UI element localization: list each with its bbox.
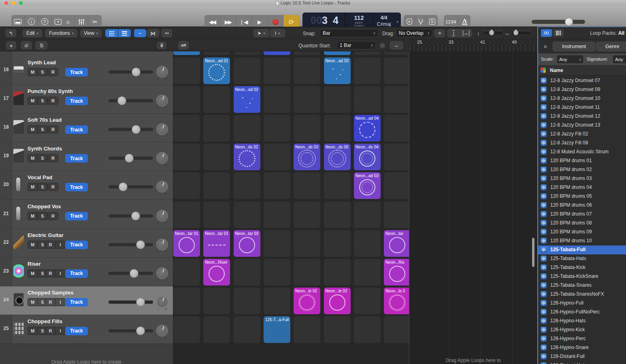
volume-slider[interactable] bbox=[109, 127, 153, 132]
loop-list-item[interactable]: 12-8 Jazzy Drumset 07 bbox=[538, 76, 626, 85]
empty-grid-cell[interactable] bbox=[264, 259, 290, 286]
solo-button[interactable]: S bbox=[38, 183, 47, 190]
volume-knob[interactable] bbox=[117, 96, 126, 105]
clear-filters-button[interactable]: ✕ bbox=[541, 42, 550, 51]
record-enable-button[interactable]: R bbox=[48, 126, 58, 133]
volume-knob[interactable] bbox=[119, 182, 128, 191]
pan-knob[interactable] bbox=[156, 66, 168, 78]
track-header-row[interactable]: 23RiserMSRITrackLR bbox=[0, 258, 173, 286]
loop-cell[interactable]: Neon...ds 06 bbox=[324, 144, 351, 170]
empty-grid-cell[interactable] bbox=[294, 230, 320, 257]
empty-grid-cell[interactable] bbox=[354, 288, 381, 314]
empty-grid-cell[interactable] bbox=[264, 288, 290, 314]
mute-button[interactable]: M bbox=[28, 97, 38, 104]
loop-list-item[interactable]: 126-Hypno-FullNoPerc bbox=[538, 308, 626, 317]
empty-grid-cell[interactable] bbox=[354, 259, 381, 286]
loop-list-item[interactable]: 126-Hypno-Perc bbox=[538, 334, 626, 343]
mute-button[interactable]: M bbox=[28, 241, 38, 248]
track-header-row[interactable]: 16Synth LeadMSRTrackLR bbox=[0, 56, 173, 85]
record-enable-button[interactable]: R bbox=[46, 241, 55, 248]
volume-knob[interactable] bbox=[125, 154, 134, 163]
track-header-row[interactable]: 25Chopped FillsMSRITrackLR bbox=[0, 315, 173, 344]
loop-cell-partial[interactable] bbox=[264, 51, 290, 55]
loop-list-item[interactable]: 126-Hypno-Hats bbox=[538, 317, 626, 326]
vertical-zoom-slider[interactable] bbox=[483, 32, 502, 34]
track-header-row[interactable]: 19Synth ChordsMSRTrackLR bbox=[0, 142, 173, 171]
track-header-row[interactable]: 22Electric GuitarMSRITrackLR bbox=[0, 229, 173, 258]
track-mode-button[interactable]: Track bbox=[65, 269, 88, 278]
empty-grid-cell[interactable] bbox=[294, 57, 320, 84]
loop-list-item[interactable]: 120 BPM drums 10 bbox=[538, 237, 626, 245]
track-name[interactable]: Chopped Vox bbox=[28, 203, 61, 210]
empty-grid-cell[interactable] bbox=[324, 259, 351, 286]
loop-list-item[interactable]: 120 BPM drums 06 bbox=[538, 201, 626, 210]
empty-grid-cell[interactable] bbox=[234, 115, 260, 142]
loop-list-item[interactable]: 125-Tabata-Full bbox=[538, 245, 626, 254]
bar-ruler[interactable]: 25334149 bbox=[410, 39, 537, 51]
empty-grid-cell[interactable] bbox=[264, 115, 290, 142]
empty-grid-cell[interactable] bbox=[203, 172, 230, 199]
loop-list-item[interactable]: 125-Tabata-Hats bbox=[538, 254, 626, 263]
pointer-tool-button[interactable]: ➤▾ bbox=[253, 29, 269, 37]
input-monitor-button[interactable]: I bbox=[55, 241, 65, 248]
track-mode-button[interactable]: Track bbox=[65, 97, 88, 105]
catch-playhead-button[interactable] bbox=[162, 29, 172, 37]
drag-dropdown[interactable]: No Overlap▲▼ bbox=[396, 29, 432, 37]
empty-grid-cell[interactable] bbox=[173, 288, 200, 314]
volume-knob[interactable] bbox=[131, 212, 140, 220]
empty-grid-cell[interactable] bbox=[354, 201, 381, 228]
loop-list-item[interactable]: 12-8 Jazzy Fill 02 bbox=[538, 130, 626, 139]
volume-slider[interactable] bbox=[109, 242, 153, 247]
empty-grid-cell[interactable] bbox=[354, 316, 381, 343]
loop-cell[interactable]: Neon...ds 02 bbox=[234, 144, 260, 170]
loop-list-item[interactable]: 125-Tabata-Kick bbox=[538, 263, 626, 272]
volume-slider[interactable] bbox=[109, 328, 153, 333]
empty-grid-cell[interactable] bbox=[173, 316, 200, 343]
loop-list-item[interactable]: 120 BPM drums 05 bbox=[538, 192, 626, 201]
loop-cell[interactable]: Neon...ad 02 bbox=[234, 86, 260, 113]
loop-cell[interactable]: 125-T...a-Full bbox=[264, 316, 290, 343]
empty-grid-cell[interactable] bbox=[173, 57, 200, 84]
snap-dropdown[interactable]: Bar▲▼ bbox=[320, 29, 378, 37]
record-enable-button[interactable]: R bbox=[46, 327, 55, 334]
track-header-row[interactable]: 20Vocal PadMSRTrackLR bbox=[0, 171, 173, 200]
duplicate-track-button[interactable] bbox=[21, 41, 32, 49]
loop-list-item[interactable]: 120 BPM drums 01 bbox=[538, 157, 626, 165]
loop-cell[interactable]: Neon...ad 03 bbox=[324, 57, 351, 84]
scale-dropdown[interactable]: Any▲▼ bbox=[557, 55, 583, 63]
loop-list-item[interactable]: 126-Hypno-Full bbox=[538, 299, 626, 308]
input-monitor-button[interactable]: I bbox=[55, 298, 65, 306]
arrange-area[interactable]: Drag Apple Loops here to bbox=[409, 51, 537, 364]
loop-list-item[interactable]: 12-8 Jazzy Fill 08 bbox=[538, 139, 626, 148]
loop-list-item[interactable]: 12-8 Muted Acoustic Strum bbox=[538, 148, 626, 157]
empty-grid-cell[interactable] bbox=[203, 288, 230, 314]
mute-button[interactable]: M bbox=[28, 212, 38, 220]
empty-grid-cell[interactable] bbox=[234, 316, 260, 343]
loop-list-item[interactable]: 120 BPM drums 04 bbox=[538, 183, 626, 192]
mute-button[interactable]: M bbox=[28, 298, 38, 306]
pan-knob[interactable] bbox=[156, 296, 168, 308]
loop-cell[interactable]: Neon...ad 01 bbox=[203, 57, 230, 84]
loop-cell[interactable]: Neon...tar 01 bbox=[173, 230, 200, 257]
empty-grid-cell[interactable] bbox=[324, 115, 351, 142]
empty-grid-cell[interactable] bbox=[203, 201, 230, 228]
track-mode-button[interactable]: Track bbox=[65, 125, 88, 134]
loop-list-item[interactable]: 120 BPM drums 07 bbox=[538, 210, 626, 219]
volume-slider[interactable] bbox=[109, 184, 153, 189]
loop-list-item[interactable]: 120 BPM drums 02 bbox=[538, 165, 626, 174]
track-mode-button[interactable]: Track bbox=[65, 68, 88, 76]
empty-grid-cell[interactable] bbox=[173, 86, 200, 113]
volume-knob[interactable] bbox=[132, 125, 141, 134]
track-name[interactable]: Chopped Fills bbox=[28, 318, 62, 324]
empty-grid-cell[interactable] bbox=[264, 144, 290, 170]
horizontal-zoom-slider[interactable] bbox=[512, 32, 530, 34]
empty-grid-cell[interactable] bbox=[234, 259, 260, 286]
empty-grid-cell[interactable] bbox=[173, 144, 200, 170]
loop-list-item[interactable]: 120 BPM drums 09 bbox=[538, 228, 626, 237]
automation-button[interactable]: ⌁ bbox=[134, 29, 146, 37]
pan-knob[interactable] bbox=[156, 181, 168, 193]
empty-grid-cell[interactable] bbox=[324, 316, 351, 343]
tab-genre[interactable]: Genre bbox=[596, 42, 626, 51]
input-monitor-button[interactable]: I bbox=[55, 270, 65, 277]
loop-list-item[interactable]: 125-Tabata-KickSnare bbox=[538, 272, 626, 281]
